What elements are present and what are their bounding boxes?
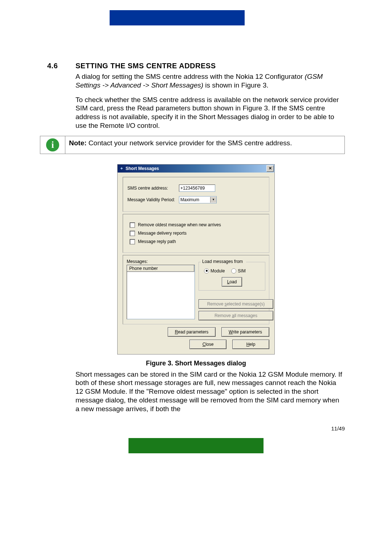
info-glyph: i	[51, 139, 54, 150]
note-body: Contact your network service provider fo…	[87, 139, 292, 147]
note-icon-cell: i	[40, 136, 65, 154]
remove-oldest-label: Remove oldest message when new arrives	[138, 222, 221, 227]
paragraph-3: Short messages can be stored in the SIM …	[75, 370, 345, 413]
note-box: i Note: Contact your network service pro…	[40, 136, 345, 154]
validity-value: Maximum	[179, 197, 210, 202]
app-icon: ✦	[119, 166, 124, 171]
reply-path-label: Message reply path	[138, 239, 176, 244]
header-bar	[110, 10, 245, 25]
delivery-reports-label: Message delivery reports	[138, 231, 187, 236]
settings-panel: SMS centre address: Message Validity Per…	[123, 177, 269, 212]
delivery-reports-checkbox[interactable]	[130, 231, 135, 236]
group-title: Load messages from	[201, 259, 244, 264]
options-panel: Remove oldest message when new arrives M…	[123, 214, 269, 253]
info-icon: i	[46, 138, 59, 151]
section-title: SETTING THE SMS CENTRE ADDRESS	[75, 62, 216, 70]
dialog-title: Short Messages	[126, 166, 159, 171]
sms-address-input[interactable]	[179, 185, 215, 192]
section-number: 4.6	[47, 62, 75, 70]
remove-all-button[interactable]: Remove all messages	[199, 311, 273, 320]
chevron-down-icon[interactable]: ▼	[210, 197, 216, 203]
short-messages-dialog: ✦ Short Messages ✕ SMS centre address: M…	[117, 164, 275, 355]
para1-text: A dialog for setting the SMS centre addr…	[75, 73, 305, 80]
read-parameters-button[interactable]: Read parameters	[168, 327, 216, 337]
sim-radio-label: SIM	[238, 268, 245, 274]
module-radio-label: Module	[211, 268, 225, 274]
validity-combo[interactable]: Maximum ▼	[179, 196, 217, 203]
footer-bar	[128, 438, 264, 453]
messages-listbox[interactable]: Phone number	[127, 265, 195, 319]
remove-oldest-checkbox[interactable]	[130, 222, 135, 228]
help-button[interactable]: Help	[232, 340, 269, 349]
note-label: Note:	[69, 139, 87, 147]
page-number: 11/49	[0, 425, 345, 432]
sms-address-label: SMS centre address:	[127, 186, 179, 191]
paragraph-1: A dialog for setting the SMS centre addr…	[75, 72, 345, 90]
validity-label: Message Validity Period:	[127, 197, 179, 202]
note-text: Note: Contact your network service provi…	[65, 136, 345, 154]
close-icon[interactable]: ✕	[266, 165, 274, 172]
close-button[interactable]: Close	[189, 340, 226, 349]
dialog-titlebar: ✦ Short Messages ✕	[118, 165, 274, 173]
sim-radio[interactable]	[231, 268, 236, 274]
load-from-group: Load messages from Module SIM Load	[199, 262, 265, 291]
load-button[interactable]: Load	[222, 277, 242, 287]
reply-path-checkbox[interactable]	[130, 239, 135, 244]
messages-label: Messages:	[127, 259, 195, 264]
list-header-phone[interactable]: Phone number	[127, 265, 195, 272]
remove-selected-button[interactable]: Remove selected message(s)	[199, 299, 273, 309]
messages-panel: Messages: Phone number Load messages fro…	[123, 255, 269, 324]
para1-suffix: is shown in Figure 3.	[203, 81, 269, 89]
figure-caption: Figure 3. Short Messages dialog	[0, 360, 392, 367]
module-radio[interactable]	[204, 268, 209, 274]
paragraph-2: To check whether the SMS centre address …	[75, 96, 345, 130]
write-parameters-button[interactable]: Write parameters	[221, 327, 269, 337]
